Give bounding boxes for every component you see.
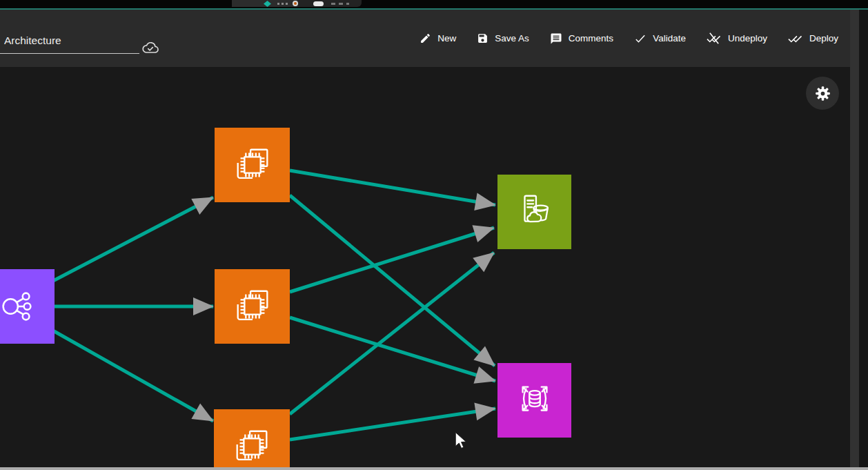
edge-instance-3-to-database[interactable]	[290, 409, 495, 440]
storage-bucket-icon	[513, 190, 556, 233]
tab-favicon-icon	[313, 1, 324, 6]
new-button-label: New	[437, 33, 456, 43]
save-as-button[interactable]: Save As	[477, 32, 529, 44]
load-balancer-icon	[0, 285, 39, 328]
deploy-button-label: Deploy	[809, 33, 838, 43]
double-check-slash-icon	[707, 32, 722, 44]
double-check-icon	[788, 32, 803, 44]
horizontal-scrollbar-thumb[interactable]	[0, 467, 868, 470]
favicon-icon	[293, 1, 298, 6]
undeploy-button-label: Undeploy	[728, 33, 767, 43]
comments-button-label: Comments	[569, 33, 613, 43]
validate-button-label: Validate	[653, 33, 686, 43]
browser-tab[interactable]	[298, 0, 362, 7]
edge-load-balancer-to-instance-3[interactable]	[52, 330, 213, 421]
toolbar-actions: New Save As Comments	[420, 10, 838, 67]
undeploy-button[interactable]: Undeploy	[707, 32, 767, 44]
tab-title-dashes	[331, 3, 349, 5]
toolbar: New Save As Comments	[0, 10, 868, 67]
app-logo-icon	[264, 1, 271, 7]
node-load-balancer[interactable]	[0, 269, 55, 344]
database-scale-icon	[513, 379, 556, 422]
check-icon	[634, 33, 647, 44]
node-instance-3[interactable]	[214, 409, 290, 467]
comment-icon	[550, 32, 562, 45]
app-window: New Save As Comments	[0, 0, 868, 470]
deploy-button[interactable]: Deploy	[788, 32, 838, 44]
browser-tab-active[interactable]	[232, 0, 298, 7]
vertical-scrollbar-thumb[interactable]	[850, 10, 859, 467]
validate-button[interactable]: Validate	[634, 33, 686, 44]
pencil-icon	[420, 32, 431, 44]
new-button[interactable]: New	[420, 32, 456, 44]
vertical-scrollbar-track[interactable]	[859, 10, 868, 467]
save-as-button-label: Save As	[495, 33, 529, 43]
node-instance-1[interactable]	[215, 128, 290, 202]
canvas-settings-button[interactable]	[806, 77, 839, 110]
edge-instance-2-to-database[interactable]	[290, 317, 495, 381]
node-database[interactable]	[497, 363, 571, 438]
tab-title-dots	[277, 3, 288, 5]
diagram-title-input[interactable]	[0, 35, 139, 54]
ec2-instance-icon	[231, 285, 274, 328]
browser-tab-strip	[0, 0, 868, 8]
ec2-instance-icon	[230, 425, 273, 467]
edge-load-balancer-to-instance-1[interactable]	[52, 197, 213, 282]
edges-layer	[0, 67, 850, 467]
node-instance-2[interactable]	[215, 269, 290, 344]
save-icon	[477, 32, 489, 44]
edge-instance-1-to-storage[interactable]	[290, 170, 495, 205]
node-storage[interactable]	[497, 175, 571, 249]
diagram-canvas[interactable]	[0, 67, 850, 467]
comments-button[interactable]: Comments	[550, 32, 613, 45]
ec2-instance-icon	[231, 144, 274, 186]
cloud-saved-icon	[140, 39, 161, 59]
gear-icon	[815, 86, 831, 101]
edge-instance-3-to-storage[interactable]	[290, 253, 494, 414]
